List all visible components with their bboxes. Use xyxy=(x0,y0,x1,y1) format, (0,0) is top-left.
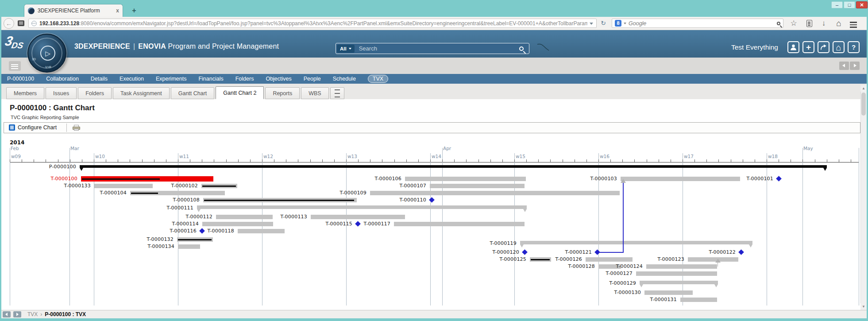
task-bar[interactable] xyxy=(178,244,200,249)
category-nav-bar: P-0000100CollaborationDetailsExecutionEx… xyxy=(0,74,868,84)
summary-bar[interactable] xyxy=(197,205,527,209)
compass-logo[interactable]: ▷ 3D V+R xyxy=(27,34,66,73)
day-tick-icon xyxy=(202,159,202,162)
task-bar[interactable] xyxy=(130,191,225,195)
task-bar[interactable] xyxy=(646,264,717,269)
google-engine-icon[interactable]: 8 xyxy=(615,20,621,27)
page-actions-icon[interactable] xyxy=(18,20,24,26)
nav-tab-collaboration[interactable]: Collaboration xyxy=(46,76,79,82)
day-tick-icon xyxy=(394,159,395,162)
engine-dropdown-icon[interactable] xyxy=(624,23,626,24)
task-bar[interactable] xyxy=(644,290,693,295)
week-label: w15 xyxy=(516,154,525,159)
logged-in-user[interactable]: Test Everything xyxy=(731,43,778,51)
day-tick-icon xyxy=(610,159,611,162)
task-progress-bar xyxy=(202,186,236,187)
browser-tab[interactable]: 3DEXPERIENCE Platform x xyxy=(24,4,123,17)
url-dropdown-icon[interactable] xyxy=(590,23,593,25)
scroll-tabs-right-button[interactable] xyxy=(850,62,860,70)
share-icon[interactable] xyxy=(818,41,829,53)
compass-play-icon[interactable]: ▷ xyxy=(40,46,55,61)
task-bar[interactable] xyxy=(370,191,620,195)
scroll-down-icon[interactable]: ▼ xyxy=(860,303,867,310)
task-bar[interactable] xyxy=(202,222,273,226)
print-icon[interactable] xyxy=(73,125,80,131)
back-button[interactable]: ← xyxy=(4,18,14,29)
task-bar[interactable] xyxy=(238,229,285,233)
bookmark-star-icon[interactable]: ☆ xyxy=(788,18,799,29)
search-scope-button[interactable]: All xyxy=(337,45,355,53)
history-forward-button[interactable] xyxy=(13,311,21,317)
day-tick-icon xyxy=(563,159,563,162)
downloads-icon[interactable]: ↓ xyxy=(818,18,829,29)
task-bar[interactable] xyxy=(636,271,717,276)
task-bar[interactable] xyxy=(203,198,357,202)
summary-bar[interactable] xyxy=(80,165,827,168)
sub-tab-folders[interactable]: Folders xyxy=(78,87,112,99)
nav-tab-details[interactable]: Details xyxy=(91,76,108,82)
site-identity-globe-icon[interactable] xyxy=(31,21,37,26)
tab-close-icon[interactable]: x xyxy=(116,8,119,14)
day-tick-icon xyxy=(82,159,82,162)
day-tick-icon xyxy=(106,159,106,162)
sub-tab-wbs[interactable]: WBS xyxy=(301,87,328,99)
browser-menu-icon[interactable] xyxy=(850,20,857,29)
app-search-field[interactable]: All Search xyxy=(336,43,529,54)
nav-tab-folders[interactable]: Folders xyxy=(235,76,254,82)
nav-tab-p-0000100[interactable]: P-0000100 xyxy=(7,76,34,82)
home-icon[interactable]: ⌂ xyxy=(833,18,845,29)
profile-icon[interactable] xyxy=(787,41,799,53)
task-bar[interactable] xyxy=(680,298,717,302)
task-bar[interactable] xyxy=(688,257,738,262)
add-icon[interactable]: + xyxy=(802,41,814,53)
task-bar[interactable] xyxy=(201,184,237,188)
window-maximize-button[interactable]: □ xyxy=(844,1,855,8)
summary-bar[interactable] xyxy=(640,281,718,284)
browser-search-field[interactable]: 8 Google xyxy=(612,19,783,28)
configure-chart-button[interactable]: Configure Chart xyxy=(18,124,57,131)
nav-tab-objectives[interactable]: Objectives xyxy=(266,76,291,82)
task-bar[interactable] xyxy=(177,237,213,242)
sub-tab-task-assignment[interactable]: Task Assignment xyxy=(113,87,170,99)
app-home-icon[interactable]: ⌂ xyxy=(833,41,845,53)
nav-tab-schedule[interactable]: Schedule xyxy=(333,76,356,82)
nav-tab-experiments[interactable]: Experiments xyxy=(156,76,186,82)
sub-tab-reports[interactable]: Reports xyxy=(265,87,300,99)
app-menu-icon[interactable] xyxy=(9,61,21,71)
scroll-up-icon[interactable]: ▲ xyxy=(860,85,867,92)
task-bar[interactable] xyxy=(311,215,405,219)
summary-bar[interactable] xyxy=(520,241,752,244)
task-bar[interactable] xyxy=(405,177,526,181)
history-back-button[interactable] xyxy=(3,311,11,317)
configure-chart-icon[interactable] xyxy=(9,124,15,131)
vertical-scrollbar[interactable] xyxy=(860,85,867,310)
task-bar[interactable] xyxy=(81,176,213,182)
sub-tab-members[interactable]: Members xyxy=(6,87,44,99)
reload-button[interactable]: ↻ xyxy=(598,19,608,28)
url-bar[interactable]: 192.168.233.128:8080/enovia/common/emxNa… xyxy=(28,19,597,28)
scrollbar-thumb[interactable] xyxy=(861,93,866,116)
bookmarks-list-icon[interactable] xyxy=(806,20,812,27)
task-bar[interactable] xyxy=(430,184,525,188)
sub-tab-gantt-chart[interactable]: Gantt Chart xyxy=(171,87,215,99)
window-minimize-button[interactable]: – xyxy=(831,1,843,8)
nav-tab-execution[interactable]: Execution xyxy=(120,76,144,82)
app-search-icon[interactable] xyxy=(519,46,524,51)
help-icon[interactable]: ? xyxy=(848,41,860,53)
scroll-tabs-left-button[interactable] xyxy=(839,62,849,70)
day-tick-icon xyxy=(550,159,551,162)
window-close-button[interactable]: ✕ xyxy=(856,1,868,8)
search-go-icon[interactable] xyxy=(777,22,780,25)
sub-tab-menu-icon[interactable] xyxy=(330,87,344,99)
task-bar[interactable] xyxy=(394,222,525,226)
sub-tab-issues[interactable]: Issues xyxy=(46,87,77,99)
nav-tab-people[interactable]: People xyxy=(304,76,321,82)
tab-title: 3DEXPERIENCE Platform xyxy=(38,8,113,14)
new-tab-button[interactable]: + xyxy=(128,6,140,15)
nav-tab-financials[interactable]: Financials xyxy=(198,76,223,82)
task-label: T-0000117 xyxy=(320,221,390,227)
day-tick-icon xyxy=(755,159,755,162)
sub-tab-gantt-chart-2[interactable]: Gantt Chart 2 xyxy=(216,86,264,99)
breadcrumb-parent[interactable]: TVX xyxy=(27,311,38,317)
nav-tab-tvx[interactable]: TVX xyxy=(368,75,388,83)
